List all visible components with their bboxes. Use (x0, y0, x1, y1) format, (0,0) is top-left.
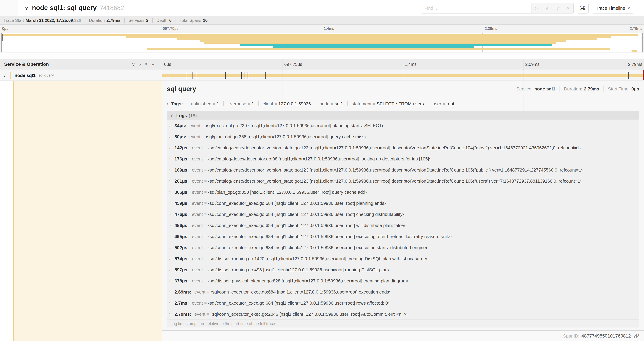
expand-one-icon[interactable]: › (139, 62, 141, 67)
log-marker-tick (246, 72, 246, 79)
span-operation-name: sql query (38, 73, 54, 77)
log-marker-tick (265, 72, 266, 79)
collapse-one-icon[interactable]: ∨ (132, 62, 135, 67)
span-duration-bar[interactable] (162, 74, 643, 77)
log-equals: = (204, 256, 207, 261)
expand-all-icon[interactable]: » (152, 62, 154, 67)
detail-overview-info: Service:node sql1Duration:2.79msStart Ti… (516, 86, 639, 92)
log-entry[interactable]: ›2.7ms:event=‹sql/conn_executor_exec.go:… (167, 297, 639, 308)
minimap-span-bar (178, 38, 596, 40)
log-equals: = (202, 123, 204, 128)
log-entry[interactable]: ›459μs:event=‹sql/conn_executor_exec.go:… (167, 198, 639, 209)
timeline-tick-label: 2.09ms (485, 26, 497, 31)
back-arrow-icon: ← (6, 4, 12, 12)
log-entry[interactable]: ›476μs:event=‹sql/conn_executor_exec.go:… (167, 209, 639, 220)
log-entry[interactable]: ›597μs:event=‹sql/distsql_running.go:498… (167, 264, 639, 275)
chevron-right-icon: › (169, 301, 174, 305)
logs-header[interactable]: ∨ Logs (18) (167, 111, 639, 120)
timeline-gridline (403, 59, 403, 70)
log-field-key: event (192, 212, 203, 217)
span-children-chevron-icon[interactable]: ∨ (3, 73, 9, 78)
log-field-value: ‹sql/catalog/descs/descriptor.go:98 [nsq… (208, 156, 430, 161)
log-field-key: event (192, 256, 203, 261)
log-timestamp: 459μs: (174, 200, 189, 206)
clear-find-icon[interactable]: × (564, 5, 572, 11)
view-selector-button[interactable]: Trace Timeline ∨ (592, 3, 634, 13)
minimap-span-row (2, 48, 642, 50)
log-equals: = (202, 134, 204, 139)
log-entry[interactable]: ›678μs:event=‹sql/distsql_physical_plann… (167, 275, 639, 286)
column-resize-handle[interactable] (158, 62, 161, 67)
minimap-right-scrubber[interactable] (642, 33, 642, 52)
spacer (0, 53, 644, 59)
chevron-right-icon: › (169, 245, 174, 249)
timeline-right-scrubber[interactable] (643, 70, 644, 80)
summary-item: Trace StartMarch 31 2022, 17:25:09.326 (4, 18, 81, 23)
span-detail-region: sql query Service:node sql1Duration:2.79… (0, 81, 644, 341)
log-equals: = (204, 300, 207, 305)
tags-row[interactable]: › Tags: _unfinished=1_verbose=1client=12… (162, 97, 644, 110)
span-id-label: SpanID: (563, 333, 580, 338)
detail-operation-name: sql query (167, 85, 196, 93)
trace-collapse-chevron-icon[interactable]: ∨ (24, 5, 28, 11)
timeline-gridline (524, 59, 524, 70)
next-match-icon[interactable]: ∨ (554, 5, 562, 11)
timeline-tick-label: 0μs (2, 26, 8, 31)
detail-info-label: Duration: (564, 86, 582, 92)
log-entry[interactable]: ›495μs:event=‹sql/conn_executor_exec.go:… (167, 231, 639, 242)
log-field-value: ‹sql/conn_executor_exec.go:684 [nsql1,cl… (211, 289, 390, 294)
chevron-right-icon: › (167, 101, 168, 106)
log-field-key: event (190, 134, 200, 139)
minimap-span-bar (240, 44, 552, 46)
chevron-down-icon: ∨ (628, 6, 630, 10)
log-marker-tick (225, 72, 226, 79)
focus-match-icon[interactable]: ◎ (532, 5, 541, 11)
log-equals: = (204, 212, 207, 217)
log-field-value: ‹sql/conn_executor_exec.go:684 [nsql1,cl… (208, 234, 452, 239)
tag-key: _unfinished (188, 101, 212, 106)
timeline-tick-label: 0μs (164, 62, 171, 67)
summary-item-value: 6 (169, 18, 172, 23)
minimap-left-drag-handle[interactable] (2, 34, 3, 41)
deep-link-icon[interactable] (634, 333, 639, 338)
minimap-canvas[interactable] (2, 33, 642, 52)
summary-item-suffix: .326 (73, 18, 81, 23)
summary-item-value: March 31 2022, 17:25:09 (26, 18, 73, 23)
log-entry[interactable]: ›34μs:event=‹sql/exec_util.go:2297 [nsql… (167, 120, 639, 131)
log-entry[interactable]: ›486μs:event=‹sql/conn_executor_exec.go:… (167, 220, 639, 231)
timeline-columns-header: Service & Operation ∨ › » » 0μs697.75μs1… (0, 59, 644, 70)
log-entry[interactable]: ›366μs:event=‹sql/plan_opt.go:358 [nsql1… (167, 186, 639, 198)
log-field-value: ‹sql/conn_executor_exec.go:684 [nsql1,cl… (208, 200, 386, 206)
detail-info-item: Service:node sql1 (516, 86, 555, 92)
log-entry[interactable]: ›2.69ms:event=‹sql/conn_executor_exec.go… (167, 286, 639, 297)
span-row[interactable]: ∨ node sql1 sql query (0, 70, 644, 81)
log-entry[interactable]: ›502μs:event=‹sql/conn_executor_exec.go:… (167, 242, 639, 253)
log-marker-tick (627, 72, 627, 79)
tag-value: 1 (216, 101, 219, 106)
detail-info-label: Start Time: (608, 86, 630, 92)
log-marker-tick (249, 72, 249, 79)
log-marker-tick (244, 72, 244, 79)
log-entry[interactable]: ›80μs:event=‹sql/plan_opt.go:358 [nsql1,… (167, 131, 639, 142)
summary-item-label: Services (128, 18, 144, 23)
collapse-all-icon[interactable]: » (144, 63, 148, 66)
span-row-timeline[interactable] (162, 70, 644, 80)
tag-item: client=127.0.0.1:59936 (258, 101, 311, 106)
log-entry[interactable]: ›2.79ms:event=‹sql/conn_executor_exec.go… (167, 308, 639, 319)
minimap-span-row (2, 46, 642, 48)
log-entry[interactable]: ›176μs:event=‹sql/catalog/descs/descript… (167, 153, 639, 164)
log-marker-tick (261, 72, 262, 79)
view-selector-label: Trace Timeline (596, 5, 625, 11)
back-button[interactable]: ← (0, 0, 18, 16)
prev-match-icon[interactable]: ∧ (543, 5, 552, 11)
find-input[interactable] (421, 3, 532, 13)
keyboard-shortcuts-button[interactable]: ⌘ (577, 3, 588, 13)
log-entry[interactable]: ›574μs:event=‹sql/distsql_running.go:142… (167, 253, 639, 264)
minimap-span-row (2, 50, 642, 52)
chevron-right-icon: › (169, 312, 174, 316)
log-equals: = (204, 178, 207, 183)
minimap-span-bar (273, 46, 474, 48)
log-entry[interactable]: ›189μs:event=‹sql/catalog/lease/descript… (167, 164, 639, 175)
log-entry[interactable]: ›142μs:event=‹sql/catalog/lease/descript… (167, 142, 639, 153)
log-entry[interactable]: ›201μs:event=‹sql/catalog/lease/descript… (167, 175, 639, 186)
